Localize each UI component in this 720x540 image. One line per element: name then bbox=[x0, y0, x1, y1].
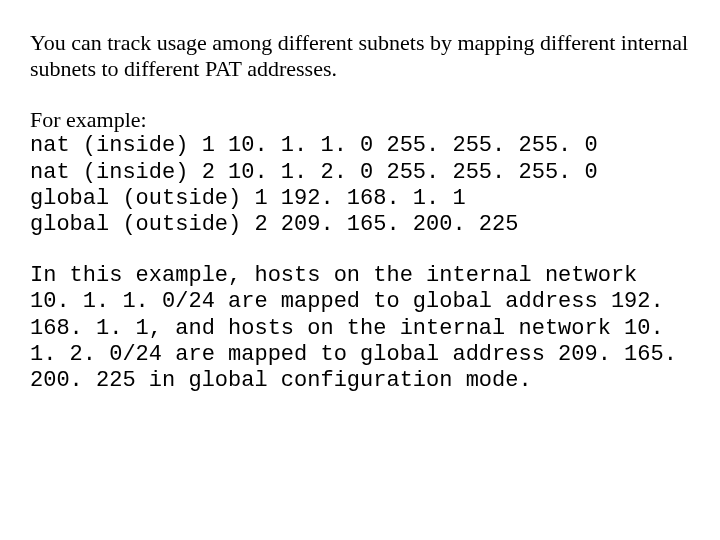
intro-paragraph: You can track usage among different subn… bbox=[30, 30, 690, 83]
explanation-paragraph: In this example, hosts on the internal n… bbox=[30, 263, 690, 395]
code-line-4: global (outside) 2 209. 165. 200. 225 bbox=[30, 212, 690, 238]
example-label: For example: bbox=[30, 107, 690, 133]
code-line-1: nat (inside) 1 10. 1. 1. 0 255. 255. 255… bbox=[30, 133, 690, 159]
code-line-3: global (outside) 1 192. 168. 1. 1 bbox=[30, 186, 690, 212]
code-example-block: For example: nat (inside) 1 10. 1. 1. 0 … bbox=[30, 107, 690, 239]
code-line-2: nat (inside) 2 10. 1. 2. 0 255. 255. 255… bbox=[30, 160, 690, 186]
